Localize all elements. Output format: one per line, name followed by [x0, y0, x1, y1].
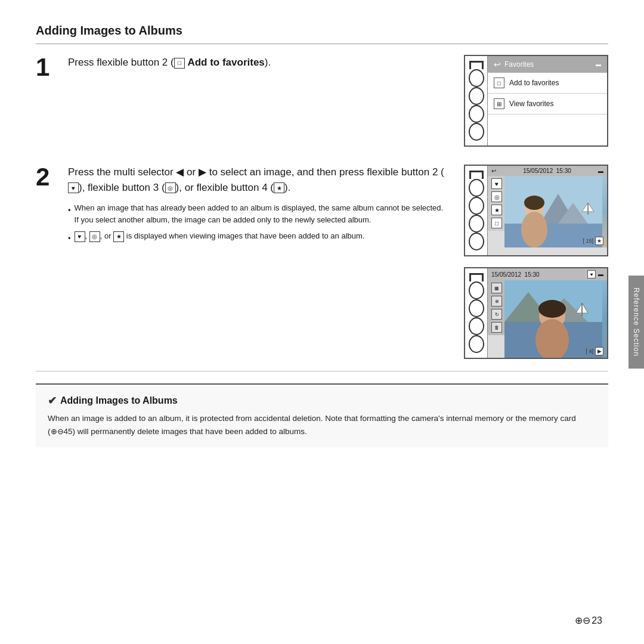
svg-point-7	[521, 212, 547, 247]
s2-battery: ▬	[598, 168, 603, 174]
step2-screen-1: ↩ 15/05/2012 15:30 ▬ ♥ ◎ ★ □	[488, 166, 607, 255]
sidebar-reference-tab: Reference Section	[628, 275, 644, 369]
add-fav-icon: □	[494, 78, 504, 88]
page-container: Adding Images to Albums 1 Press flexible…	[0, 0, 644, 644]
btn2-icon: ♥	[68, 182, 79, 193]
s3-play-badge: ▶	[595, 347, 603, 355]
btn-oval-4	[469, 123, 484, 141]
svg-point-8	[524, 196, 544, 210]
step2-images: ↩ 15/05/2012 15:30 ▬ ♥ ◎ ★ □	[464, 165, 608, 359]
s3-left-icons: ▦ ⊕ ↻ 🗑	[488, 280, 504, 335]
s2-back-icon: ↩	[491, 168, 496, 174]
step2-number: 2	[36, 165, 57, 190]
battery-icon: ▬	[596, 61, 601, 67]
s2-btn-o3	[469, 215, 484, 233]
btn-oval-2	[469, 87, 484, 105]
s3-count: [ 4] ▶	[586, 347, 603, 355]
menu-item-view[interactable]: ⊞ View favorites	[488, 94, 607, 114]
step2-btn-strip-1	[465, 166, 488, 255]
bullet-dot-1: •	[68, 205, 71, 216]
s3-header: 15/05/2012 15:30 ♥ ▬	[488, 268, 607, 280]
s2-timestamp: 15/05/2012 15:30	[523, 168, 571, 174]
s3-icon4: 🗑	[491, 322, 502, 333]
s3-battery: ▬	[598, 271, 603, 277]
bullet-dot-2: •	[68, 233, 71, 244]
step2-text: Press the multi selector ◀ or ▶ to selec…	[68, 165, 446, 195]
menu-header-row: ↩ Favorites ▬	[488, 56, 607, 73]
s3-header-icons: ♥ ▬	[587, 270, 603, 278]
svg-rect-5	[587, 203, 589, 215]
step1-image: ↩ Favorites ▬ □ Add to favorites ⊞ View …	[464, 55, 608, 147]
btn4-icon: ★	[274, 182, 284, 193]
s2-icon2: ◎	[491, 191, 502, 202]
view-fav-icon: ⊞	[494, 98, 504, 109]
s2-header: ↩ 15/05/2012 15:30 ▬	[488, 166, 607, 176]
bullet-text-1: When an image that has already been adde…	[75, 202, 446, 225]
bullet-item-2: • ♥, ◎, or ★ is displayed when viewing i…	[68, 230, 446, 244]
s2-count: [ 15] ★	[583, 237, 603, 245]
note-icon-ref: ⊕⊖	[51, 427, 64, 436]
s2-icon4: □	[491, 218, 502, 228]
back-icon: ↩	[494, 60, 501, 69]
s2-icon1: ♥	[491, 178, 502, 189]
note-box: ✔ Adding Images to Albums When an image …	[36, 383, 608, 447]
page-num-value: 23	[592, 615, 602, 626]
bullet-item-1: • When an image that has already been ad…	[68, 202, 446, 225]
bullet-text-2: ♥, ◎, or ★ is displayed when viewing ima…	[75, 230, 365, 242]
menu-empty-space	[488, 114, 607, 144]
step1-icon: □	[174, 58, 185, 69]
step1-bold: Add to favorites	[187, 57, 264, 68]
step1-content: Press flexible button 2 (□ Add to favori…	[68, 55, 446, 70]
svg-point-17	[538, 300, 566, 318]
s3-landscape-svg	[504, 280, 602, 358]
step1-text: Press flexible button 2 (□ Add to favori…	[68, 55, 446, 70]
page-title-text: Adding Images to Albums	[36, 24, 182, 37]
step1-number: 1	[36, 55, 57, 80]
svg-rect-14	[581, 303, 583, 316]
s3-icon2: ⊕	[491, 296, 502, 306]
divider	[36, 371, 608, 371]
note-title-text: Adding Images to Albums	[60, 395, 178, 406]
bi-circle-icon: ◎	[89, 231, 100, 242]
btn-oval-3	[469, 105, 484, 123]
s3-btn-o3	[469, 317, 484, 335]
step2-cam-ui-2: 15/05/2012 15:30 ♥ ▬ ▦ ⊕ ↻ 🗑	[464, 267, 608, 359]
step2-btn-strip-2	[465, 268, 488, 358]
s3-btn-o2	[469, 299, 484, 317]
checkmark-icon: ✔	[48, 394, 57, 407]
btn-oval-1	[469, 69, 484, 87]
s3-icon3: ↻	[491, 309, 502, 320]
bullet-list: • When an image that has already been ad…	[68, 202, 446, 244]
step1-section: 1 Press flexible button 2 (□ Add to favo…	[36, 55, 608, 147]
s2-btn-o4	[469, 233, 484, 250]
s2-star-badge: ★	[595, 237, 603, 245]
s3-btn-top	[469, 273, 484, 281]
s2-icons-col: ♥ ◎ ★ □	[488, 176, 504, 231]
add-fav-label: Add to favorites	[509, 79, 559, 87]
btn-top-bracket	[469, 61, 484, 69]
s3-heart-badge: ♥	[587, 270, 596, 278]
s2-count-num: [ 15]	[583, 238, 593, 244]
sidebar-tab-text: Reference Section	[632, 287, 640, 357]
btn3-icon: ◎	[165, 182, 176, 193]
page-number: ⊕⊖ 23	[575, 615, 602, 626]
s2-btn-top	[469, 171, 484, 179]
step2-cam-ui-1: ↩ 15/05/2012 15:30 ▬ ♥ ◎ ★ □	[464, 165, 608, 256]
note-text: When an image is added to an album, it i…	[48, 412, 596, 438]
step1-camera-ui: ↩ Favorites ▬ □ Add to favorites ⊞ View …	[464, 55, 608, 147]
step1-menu-panel: ↩ Favorites ▬ □ Add to favorites ⊞ View …	[488, 56, 607, 145]
step2-content: Press the multi selector ◀ or ▶ to selec…	[68, 165, 446, 249]
page-num-prefix: ⊕⊖	[575, 615, 590, 626]
bi-star-icon: ★	[113, 231, 124, 242]
note-title: ✔ Adding Images to Albums	[48, 394, 596, 407]
step2-screen-2: 15/05/2012 15:30 ♥ ▬ ▦ ⊕ ↻ 🗑	[488, 268, 607, 358]
view-fav-label: View favorites	[509, 100, 553, 108]
s2-icon3: ★	[491, 205, 502, 215]
s3-btn-o1	[469, 281, 484, 299]
bi-heart-icon: ♥	[75, 231, 85, 242]
s3-btn-o4	[469, 335, 484, 353]
menu-item-add[interactable]: □ Add to favorites	[488, 73, 607, 94]
s3-timestamp: 15/05/2012 15:30	[491, 271, 540, 278]
step1-btn-strip	[465, 56, 488, 145]
menu-header-text: Favorites	[504, 60, 534, 69]
